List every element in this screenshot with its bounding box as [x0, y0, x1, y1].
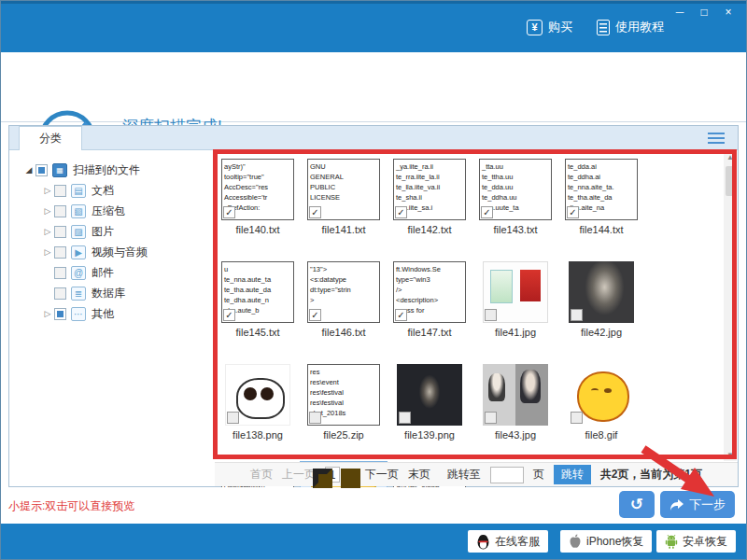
file-checkbox[interactable]: ✓: [223, 206, 235, 218]
category-checkbox[interactable]: [54, 226, 66, 238]
document-icon: ▤: [71, 184, 86, 198]
sidebar-item-other[interactable]: ▷ ⋯ 其他: [9, 303, 215, 324]
file-cell-file25.zip[interactable]: resres\eventres\festivalres\festivalcket…: [301, 359, 387, 462]
first-page-link[interactable]: 首页: [250, 467, 273, 483]
sidebar-item-media[interactable]: ▷ ▶ 视频与音频: [9, 242, 215, 262]
category-checkbox[interactable]: [54, 287, 66, 300]
database-icon: ≣: [71, 287, 86, 301]
expander-icon[interactable]: ▷: [41, 247, 54, 257]
sidebar-item-mail[interactable]: @ 邮件: [9, 262, 215, 283]
file-checkbox[interactable]: ✓: [309, 206, 321, 218]
media-icon: ▶: [71, 245, 86, 259]
file-checkbox[interactable]: [571, 309, 583, 321]
sidebar-item-database[interactable]: ≣ 数据库: [9, 283, 215, 303]
jump-button[interactable]: 跳转: [554, 465, 591, 484]
tree-root-scanned-files[interactable]: ◢ ▦ 扫描到的文件: [9, 160, 215, 180]
mail-icon: @: [71, 266, 86, 280]
file-name: file141.txt: [321, 224, 365, 235]
file-checkbox[interactable]: [571, 412, 583, 424]
scanned-files-icon: ▦: [52, 163, 67, 177]
sidebar-item-label: 文档: [92, 183, 114, 199]
online-service-button[interactable]: 在线客服: [468, 530, 548, 553]
file-checkbox[interactable]: [399, 412, 411, 424]
yuan-icon: ¥: [527, 20, 543, 35]
tutorial-button[interactable]: 使用教程: [597, 19, 664, 35]
sidebar-item-image[interactable]: ▷ ▨ 图片: [9, 221, 215, 242]
category-checkbox[interactable]: [54, 205, 66, 217]
file-checkbox[interactable]: ✓: [567, 206, 579, 218]
expander-icon[interactable]: ▷: [41, 206, 54, 216]
android-recovery-button[interactable]: 安卓恢复: [656, 530, 736, 553]
file-name: file25.zip: [323, 429, 363, 441]
file-grid: ayStr)"tooltip="true"AccDesc="resAccessi…: [215, 150, 723, 462]
jump-unit-label: 页: [533, 467, 544, 483]
file-cell-file42.jpg[interactable]: file42.jpg: [558, 257, 644, 359]
archive-icon: ▧: [71, 204, 86, 218]
file-checkbox[interactable]: [485, 412, 497, 424]
file-cell-file8.gif[interactable]: file8.gif: [558, 359, 644, 462]
sidebar-item-label: 其他: [92, 306, 114, 322]
tree-root-label: 扫描到的文件: [73, 162, 140, 178]
expander-icon[interactable]: ▷: [41, 309, 54, 318]
file-name: file145.txt: [235, 327, 279, 338]
category-tree: ◢ ▦ 扫描到的文件 ▷ ▤ 文档 ▷ ▧ 压缩包 ▷ ▨ 图片 ▷ ▶ 视频与…: [9, 150, 215, 462]
file-checkbox[interactable]: ✓: [395, 206, 407, 218]
jump-page-input[interactable]: [490, 467, 524, 483]
file-name: file143.txt: [493, 224, 537, 235]
file-name: file42.jpg: [581, 327, 622, 338]
file-cell-file138.png[interactable]: file138.png: [215, 359, 301, 462]
file-cell-file147.txt[interactable]: ft.Windows.Se type="win3/><description>o…: [387, 257, 472, 359]
file-cell-file43.jpg[interactable]: file43.jpg: [472, 359, 558, 462]
file-cell-file139.png[interactable]: file139.png: [387, 359, 472, 462]
minimize-button[interactable]: ─: [668, 5, 692, 21]
expander-icon[interactable]: ▷: [41, 227, 54, 236]
maximize-button[interactable]: □: [692, 5, 716, 21]
file-checkbox[interactable]: ✓: [481, 206, 493, 218]
file-name: file43.jpg: [495, 429, 536, 441]
tab-category[interactable]: 分类: [19, 126, 82, 150]
android-icon: [665, 534, 678, 549]
file-cell-file41.jpg[interactable]: file41.jpg: [472, 257, 558, 359]
file-checkbox[interactable]: ✓: [309, 309, 321, 321]
file-checkbox[interactable]: [227, 412, 239, 424]
file-cell-file145.txt[interactable]: ute_nna.aute_tate_tha.aute_date_dha.aute…: [215, 257, 301, 359]
vertical-scrollbar[interactable]: ▲ ▼: [724, 151, 737, 461]
file-checkbox[interactable]: ✓: [223, 309, 235, 321]
sidebar-item-document[interactable]: ▷ ▤ 文档: [9, 180, 215, 201]
qq-penguin-icon: [476, 534, 490, 550]
file-cell-file146.txt[interactable]: "13"><s:datatypedt:type="strin> ✓ file14…: [301, 257, 387, 359]
prev-page-link[interactable]: 上一页: [282, 467, 316, 483]
scroll-up-icon[interactable]: ▲: [724, 151, 737, 163]
close-button[interactable]: ×: [716, 5, 740, 21]
file-cell-file142.txt[interactable]: _ya.iite_ra.iite_rra.iite_la.iite_lla.ii…: [387, 154, 472, 257]
page-number-2[interactable]: 2: [349, 469, 356, 482]
file-cell-file141.txt[interactable]: GNUGENERALPUBLICLICENSE ✓ file141.txt: [301, 154, 387, 257]
category-checkbox[interactable]: [54, 267, 66, 279]
file-checkbox[interactable]: [485, 309, 497, 321]
file-name: file138.png: [233, 429, 283, 441]
file-cell-file140.txt[interactable]: ayStr)"tooltip="true"AccDesc="resAccessi…: [215, 154, 301, 257]
page-status: 共2页，当前为第1页: [600, 467, 702, 483]
next-page-link[interactable]: 下一页: [365, 467, 399, 483]
iphone-recovery-button[interactable]: iPhone恢复: [560, 530, 652, 553]
expander-icon[interactable]: ▷: [41, 186, 54, 195]
online-service-label: 在线客服: [495, 534, 540, 550]
sidebar-item-archive[interactable]: ▷ ▧ 压缩包: [9, 201, 215, 221]
file-cell-file143.txt[interactable]: _tta.uute_ttha.uute_dda.uute_ddha.uunna.…: [472, 154, 558, 257]
scroll-down-icon[interactable]: ▼: [724, 449, 737, 461]
file-checkbox[interactable]: ✓: [395, 309, 407, 321]
last-page-link[interactable]: 末页: [408, 467, 430, 483]
list-view-icon[interactable]: [708, 133, 725, 144]
file-checkbox[interactable]: [309, 412, 321, 424]
back-button[interactable]: ↺: [619, 491, 655, 518]
scrollbar-thumb[interactable]: [726, 166, 735, 196]
expander-icon[interactable]: ◢: [22, 165, 35, 175]
buy-button[interactable]: ¥ 购买: [527, 19, 572, 35]
file-name: file147.txt: [407, 327, 451, 338]
category-checkbox[interactable]: [54, 246, 66, 259]
category-checkbox[interactable]: [54, 185, 66, 197]
file-cell-file144.txt[interactable]: te_dda.aite_ddha.aite_nna.aite_ta.te_tha…: [558, 154, 644, 257]
next-step-button[interactable]: 下一步: [660, 491, 735, 518]
category-checkbox[interactable]: [54, 308, 66, 320]
root-checkbox[interactable]: [35, 164, 48, 176]
